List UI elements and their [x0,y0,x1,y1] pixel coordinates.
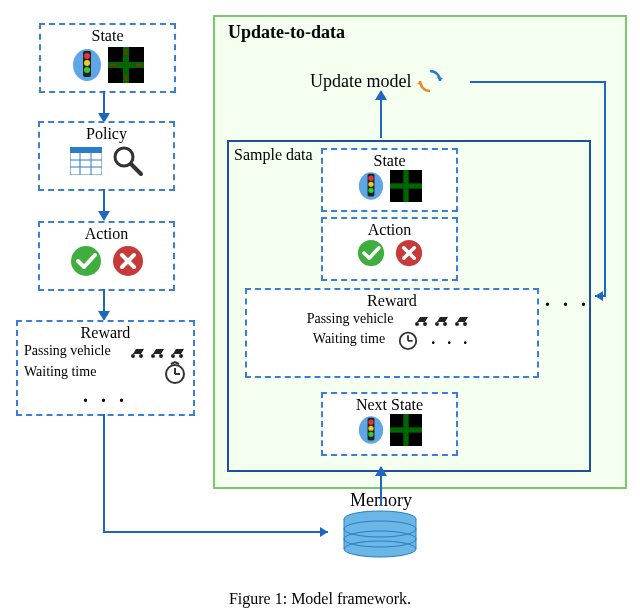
update-model-label: Update model [310,71,411,92]
check-icon [70,245,102,277]
policy-box: Policy [38,121,175,191]
traffic-light-icon [72,48,102,82]
inner-reward-line2: Waiting time [313,331,385,347]
svg-point-3 [84,60,90,66]
inner-action-box: Action [321,217,458,281]
svg-point-46 [368,420,373,425]
svg-rect-11 [136,65,142,66]
intersection-icon [390,414,422,446]
reward-line2: Waiting time [24,364,96,380]
svg-point-31 [368,176,373,181]
table-icon [70,147,102,175]
svg-point-2 [84,53,90,59]
svg-rect-51 [390,427,422,432]
cars-icon [127,342,187,360]
action-box: Action [38,221,175,291]
clock-icon [397,328,419,350]
inner-reward-label: Reward [247,292,537,310]
sample-data-label: Sample data [234,146,313,164]
svg-point-48 [368,432,373,437]
inner-ellipsis: . . . [545,288,590,311]
svg-line-19 [131,164,141,174]
state-box: State [39,23,176,93]
reward-line1: Passing vehicle [24,343,111,359]
svg-rect-13 [70,147,102,153]
x-icon [112,245,144,277]
svg-point-4 [84,67,90,73]
svg-point-33 [368,188,373,193]
reward-ellipsis: . . . [18,384,193,407]
inner-next-state-box: Next State [321,392,458,456]
inner-state-label: State [323,152,456,170]
svg-rect-8 [125,49,126,55]
inner-reward-ellipsis: . . . [431,330,471,348]
svg-point-55 [344,541,416,557]
clock-icon [163,360,187,384]
svg-point-37 [357,240,383,266]
svg-rect-10 [110,65,116,66]
cycle-icon [417,68,443,94]
svg-marker-27 [437,77,443,81]
svg-marker-28 [417,81,423,85]
inner-next-state-label: Next State [323,396,456,414]
inner-action-label: Action [323,221,456,239]
svg-point-32 [368,182,373,187]
magnifier-icon [112,145,144,177]
diagram-canvas: State Policy [0,0,640,611]
action-label: Action [40,225,173,243]
traffic-light-icon [358,171,384,201]
traffic-light-icon [358,415,384,445]
svg-rect-36 [390,183,422,188]
memory-icon [340,510,420,560]
x-icon [395,239,423,267]
figure-caption: Figure 1: Model framework. [0,590,640,608]
policy-label: Policy [40,125,173,143]
svg-point-20 [71,246,101,276]
arrow-sample-to-update [380,100,382,138]
cars-icon [405,310,477,328]
reward-box: Reward Passing vehicle Waiting time . . … [16,320,195,416]
svg-marker-58 [320,527,328,537]
svg-point-47 [368,426,373,431]
intersection-icon [108,47,144,83]
check-icon [357,239,385,267]
inner-state-box: State [321,148,458,212]
intersection-icon [390,170,422,202]
update-to-data-title: Update-to-data [228,22,345,43]
reward-label: Reward [18,324,193,342]
inner-reward-line1: Passing vehicle [307,311,394,327]
arrow-memory-to-sample [380,476,382,506]
svg-rect-9 [125,75,126,81]
state-label: State [41,27,174,45]
inner-reward-box: Reward Passing vehicle Waiting time . . … [245,288,539,378]
arrow-policy-action [103,189,105,211]
arrow-action-reward [103,289,105,311]
arrow-state-policy [103,91,105,113]
